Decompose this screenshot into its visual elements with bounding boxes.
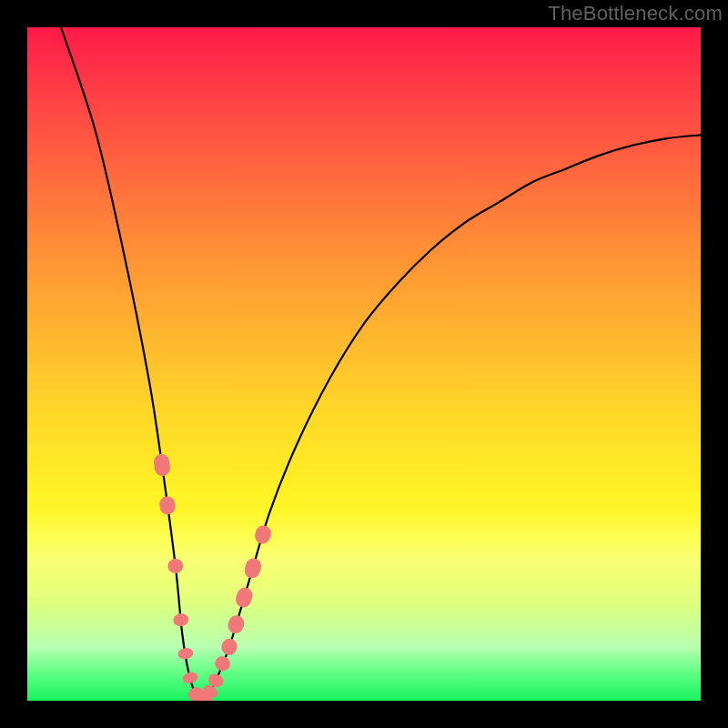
curve-marker (181, 671, 198, 685)
curve-marker (234, 586, 255, 610)
curve-marker (158, 495, 176, 515)
plot-area (27, 27, 701, 701)
curve-marker (172, 612, 188, 627)
curve-marker (226, 613, 246, 635)
watermark-text: TheBottleneck.com (548, 2, 723, 25)
curve-marker (253, 523, 273, 545)
curve-marker (177, 647, 195, 661)
curve-marker (243, 556, 264, 580)
chart-root: TheBottleneck.com (0, 0, 728, 728)
curve-marker (167, 558, 184, 574)
bottleneck-curve (61, 27, 701, 701)
curve-marker (213, 654, 233, 673)
marker-group (153, 453, 273, 701)
curve-marker (219, 637, 239, 658)
chart-svg (27, 27, 701, 701)
curve-marker (153, 453, 171, 477)
